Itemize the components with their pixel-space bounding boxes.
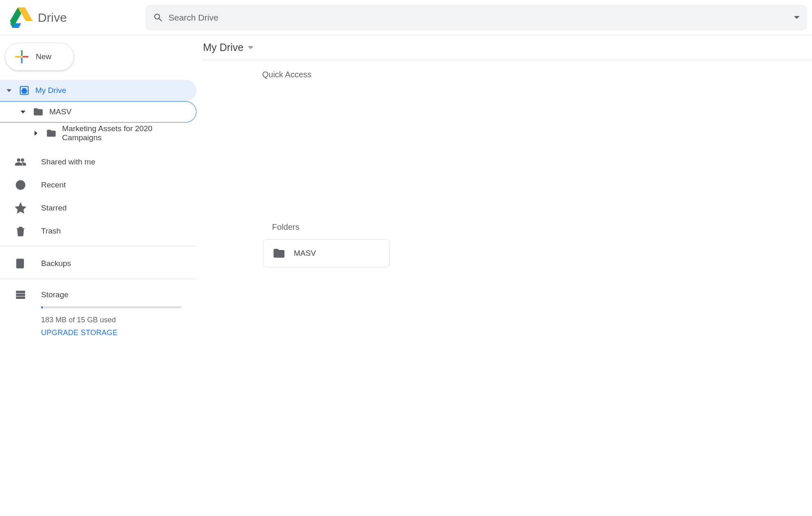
nav-starred[interactable]: Starred	[0, 197, 196, 220]
folder-icon	[46, 128, 57, 139]
nav-recent[interactable]: Recent	[0, 174, 196, 197]
svg-rect-5	[16, 297, 25, 299]
chevron-right-icon[interactable]	[32, 131, 40, 136]
folder-tree: My Drive MASV Marketing Assets for 2020 …	[0, 80, 196, 146]
storage-label: Storage	[41, 290, 69, 299]
search-icon	[153, 12, 164, 23]
nav-shared-label: Shared with me	[41, 157, 95, 167]
folder-card-label: MASV	[294, 249, 316, 258]
svg-rect-3	[16, 291, 25, 293]
tree-my-drive-label: My Drive	[35, 86, 66, 95]
main-header: My Drive	[203, 35, 812, 60]
tree-marketing-assets[interactable]: Marketing Assets for 2020 Campaigns	[0, 123, 196, 144]
trash-icon	[15, 225, 26, 237]
storage-used-text: 183 MB of 15 GB used	[41, 316, 182, 324]
people-icon	[15, 156, 26, 168]
storage-bar	[41, 306, 182, 308]
nav-backups-label: Backups	[41, 259, 71, 268]
header: Drive	[0, 0, 812, 35]
folders-label: Folders	[272, 222, 812, 232]
main: My Drive Quick Access Folders MASV	[196, 35, 812, 516]
nav-backups[interactable]: Backups	[0, 246, 196, 279]
sidebar: New My Drive MASV Ma	[0, 35, 196, 516]
chevron-down-icon	[248, 46, 254, 49]
drive-folder-icon	[19, 85, 30, 96]
breadcrumb-title: My Drive	[203, 42, 244, 53]
nav-shared[interactable]: Shared with me	[0, 150, 196, 174]
tree-my-drive[interactable]: My Drive	[0, 80, 196, 101]
drive-logo-icon	[10, 7, 33, 28]
storage-icon	[15, 289, 26, 301]
upgrade-storage-link[interactable]: UPGRADE STORAGE	[41, 329, 182, 337]
nav-trash[interactable]: Trash	[0, 220, 196, 243]
search-bar[interactable]	[145, 5, 807, 30]
app-title: Drive	[38, 11, 67, 25]
new-button[interactable]: New	[5, 43, 74, 71]
storage-section: Storage 183 MB of 15 GB used UPGRADE STO…	[0, 279, 196, 337]
star-icon	[15, 202, 26, 214]
folder-card[interactable]: MASV	[263, 239, 390, 267]
chevron-down-icon[interactable]	[19, 111, 27, 113]
folder-icon	[33, 106, 44, 117]
backups-icon	[15, 258, 26, 269]
chevron-down-icon[interactable]	[5, 89, 13, 92]
breadcrumb[interactable]: My Drive	[203, 42, 254, 53]
nav-starred-label: Starred	[41, 204, 67, 213]
tree-masv[interactable]: MASV	[0, 101, 196, 123]
new-button-label: New	[36, 52, 51, 61]
search-options-caret-icon[interactable]	[794, 16, 800, 19]
quick-access-label: Quick Access	[262, 70, 812, 79]
clock-icon	[15, 179, 26, 191]
nav-recent-label: Recent	[41, 180, 66, 190]
nav-trash-label: Trash	[41, 227, 61, 236]
logo-area[interactable]: Drive	[10, 7, 145, 28]
folder-icon	[272, 247, 286, 260]
nav-storage[interactable]: Storage	[15, 283, 182, 306]
plus-icon	[15, 50, 28, 63]
search-input[interactable]	[168, 13, 789, 23]
tree-sub-label: Marketing Assets for 2020 Campaigns	[62, 124, 191, 142]
nav: Shared with me Recent Starred Trash Back…	[0, 146, 196, 279]
svg-rect-4	[16, 294, 25, 296]
tree-masv-label: MASV	[49, 107, 72, 116]
